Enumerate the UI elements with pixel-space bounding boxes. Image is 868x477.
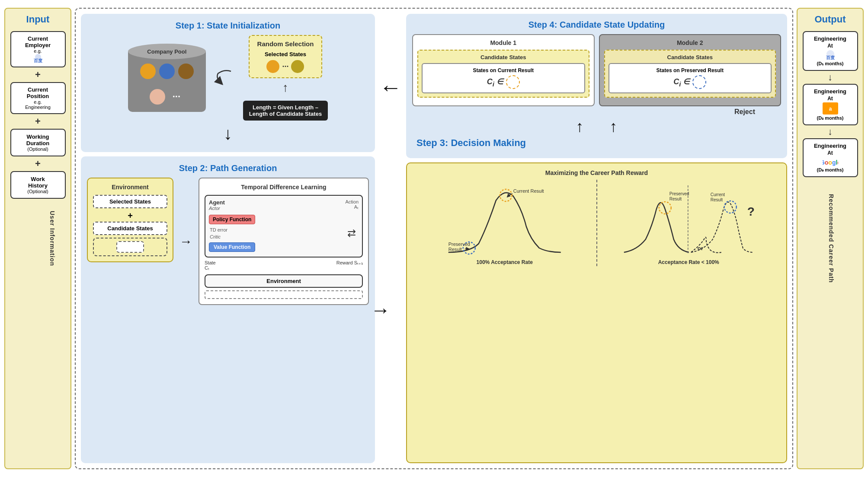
selected-states-text: Selected States (109, 198, 151, 205)
dot-ellipsis: ··· (169, 89, 184, 105)
env-plus: + (93, 211, 167, 221)
ci-text: Ci ∈ (487, 77, 503, 88)
env-title: Environment (93, 184, 167, 191)
output2-duration: (D₂ months) (817, 115, 843, 121)
agent-label: Agent (209, 199, 225, 206)
output-title: Output (814, 14, 846, 25)
selected-dot-orange (266, 60, 279, 73)
svg-text:Result: Result (669, 197, 682, 201)
value-function-box: Value Function (209, 242, 255, 252)
output-arrow-2: ↓ (828, 126, 833, 137)
v-arrow-up-1: ↑ (576, 118, 584, 136)
employer-sub: e.g. (34, 48, 42, 54)
dot-brown (178, 64, 194, 79)
td-title: Temporal Difference Learning (205, 184, 363, 191)
states-current-label: States on Current Result (426, 67, 581, 73)
candidate-states-item: Candidate States (93, 222, 167, 235)
employer-label: CurrentEmployer (25, 35, 51, 48)
ci-text2: Ci ∈ (673, 77, 690, 88)
history-sub: (Optional) (27, 189, 48, 194)
plus3: + (35, 158, 41, 169)
amazon-svg: a (824, 104, 837, 113)
step1-right: Random Selection Selected States ··· ↑ (243, 35, 328, 121)
output-items-list: Engineering At 百度 (D₁ months) ↓ Engineer… (801, 31, 859, 177)
big-arrow-left-container: ← (379, 14, 402, 463)
output3-at: At (827, 150, 833, 156)
output-box-3: Engineering At Google (D₃ months) (803, 138, 858, 177)
recommended-career-path-label: Recommended Career Path (828, 194, 835, 283)
module2-title: Module 2 (604, 39, 776, 46)
input-box-position: CurrentPosition e.g. Engineering (10, 82, 66, 114)
right-graph: Preserved Result Current Result ? or (597, 180, 781, 266)
step3-subtitle: Maximizing the Career Path Reward (413, 169, 780, 176)
step2-title: Step 2: Path Generation (87, 163, 369, 173)
random-selection-box: Random Selection Selected States ··· (249, 35, 322, 78)
svg-text:Result: Result (710, 197, 723, 202)
svg-text:Current: Current (710, 192, 725, 197)
svg-text:a: a (829, 106, 832, 112)
state-label: StateCₜ (205, 260, 216, 271)
left-column: Step 1: State Initialization Company Poo… (81, 14, 375, 463)
svg-text:百度: 百度 (826, 55, 835, 60)
google-logo-icon: Google (823, 157, 838, 166)
agent-box: Agent Actor ActionAₜ Policy Function (205, 195, 363, 258)
step4-modules: Module 1 Candidate States States on Curr… (412, 34, 781, 106)
output-arrow-1: ↓ (828, 72, 833, 83)
reject-container: Reject (412, 108, 781, 116)
step3-graph-area: Current Result Preserved Result (413, 180, 780, 266)
dot-blue (159, 64, 175, 79)
module1-cs-title: Candidate States (422, 54, 585, 60)
svg-text:Preserved: Preserved (669, 191, 689, 196)
step3-title-text: Step 3: Decision Making (416, 137, 526, 148)
td-error-label: TD error (210, 227, 255, 232)
history-label: WorkHistory (28, 176, 48, 189)
action-label: ActionAₜ (345, 199, 359, 210)
output1-position: Engineering (814, 35, 846, 42)
length-box: Length = Given Length –Length of Candida… (243, 101, 328, 121)
vertical-arrows: ↑ ↑ (412, 118, 781, 136)
module2-candidate-states: Candidate States States on Preserved Res… (604, 50, 776, 98)
curved-arrow-icon (214, 67, 235, 89)
step2-panel: Step 2: Path Generation Environment Sele… (81, 156, 375, 463)
module2-box: Module 2 Candidate States States on Pres… (599, 34, 782, 106)
input-box-duration: WorkingDuration (Optional) (10, 129, 66, 156)
output3-duration: (D₃ months) (817, 167, 843, 173)
input-box-history: WorkHistory (Optional) (10, 171, 66, 199)
svg-point-2 (500, 189, 512, 201)
circle-orange-icon (506, 75, 520, 89)
td-environment-box: Environment (205, 274, 363, 288)
output1-at: At (827, 43, 833, 49)
module1-box: Module 1 Candidate States States on Curr… (412, 34, 595, 106)
output-box-1: Engineering At 百度 (D₁ months) (803, 31, 858, 71)
step4-title: Step 4: Candidate State Updating (412, 20, 781, 30)
step1-to-step2-arrow: ↓ (87, 124, 369, 143)
accept-100-label: 100% Acceptance Rate (416, 259, 593, 265)
svg-text:Current Result: Current Result (513, 188, 544, 194)
user-info-label: User Information (49, 211, 56, 266)
company-pool-container: Company Pool ··· (128, 44, 206, 112)
critic-label: Critic (210, 234, 255, 239)
baidu-logo-icon: 百度 (31, 54, 45, 63)
selected-dot-dark-yellow (291, 60, 304, 73)
svg-point-8 (724, 201, 736, 213)
svg-text:Preserved: Preserved (448, 242, 470, 247)
svg-text:or: or (697, 245, 703, 251)
position-sub2: Engineering (25, 105, 51, 110)
td-dashed-line (205, 290, 363, 299)
td-box: Temporal Difference Learning Agent Actor… (199, 178, 369, 305)
up-arrow-icon: ↑ (282, 81, 288, 95)
env-box: Environment Selected States + Candidate … (87, 178, 173, 262)
module1-formula: Ci ∈ (426, 75, 581, 89)
step1-panel: Step 1: State Initialization Company Poo… (81, 14, 375, 152)
value-function-label: Value Function (214, 244, 250, 250)
output-baidu-logo: 百度 (823, 50, 838, 60)
amazon-logo-icon: a (823, 102, 838, 114)
module1-title: Module 1 (417, 39, 589, 46)
policy-function-label: Policy Function (213, 216, 251, 223)
reward-label: Reward Sₜ₊₁ (336, 260, 363, 271)
step3-title-area: Step 3: Decision Making (412, 137, 781, 150)
position-sub: e.g. (34, 99, 42, 105)
output2-position: Engineering (814, 88, 846, 95)
output-panel: Output Engineering At 百度 (D₁ months) ↓ E… (797, 8, 864, 469)
svg-text:百度: 百度 (34, 58, 43, 63)
